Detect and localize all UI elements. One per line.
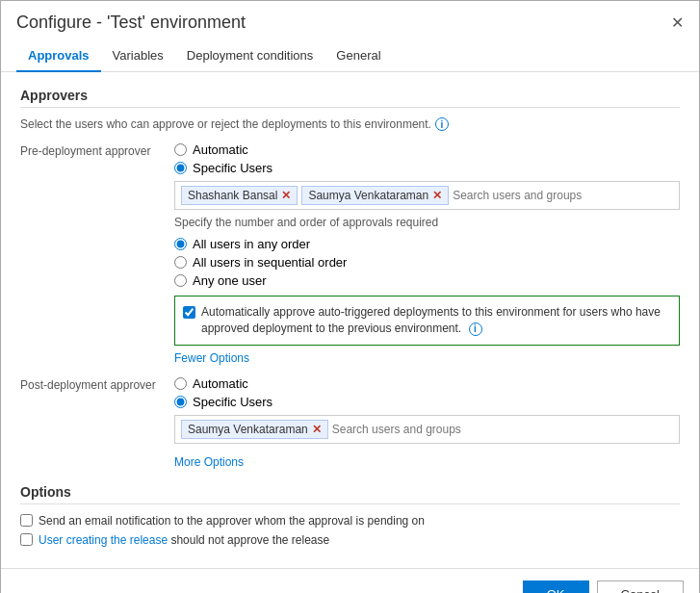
pre-users-input[interactable]: Shashank Bansal ✕ Saumya Venkataraman ✕ xyxy=(174,181,680,210)
post-auto-radio-input[interactable] xyxy=(174,377,187,390)
auto-approve-label: Automatically approve auto-triggered dep… xyxy=(201,304,671,337)
options-divider xyxy=(20,503,680,504)
tab-general[interactable]: General xyxy=(324,40,392,72)
dialog-title: Configure - 'Test' environment xyxy=(16,13,246,33)
pre-auto-label: Automatic xyxy=(193,142,248,157)
post-search-input[interactable] xyxy=(332,423,673,436)
configure-dialog: Configure - 'Test' environment ✕ Approva… xyxy=(0,0,700,593)
pre-deployment-controls: Automatic Specific Users Shashank Bansal… xyxy=(174,142,680,365)
tab-deployment-conditions[interactable]: Deployment conditions xyxy=(175,40,325,72)
approvers-section: Approvers Select the users who can appro… xyxy=(20,88,680,469)
close-button[interactable]: ✕ xyxy=(671,15,684,31)
approvers-info-icon[interactable]: i xyxy=(435,117,449,131)
fewer-options-button[interactable]: Fewer Options xyxy=(174,351,249,365)
pre-specific-radio-input[interactable] xyxy=(174,162,187,174)
auto-approve-container: Automatically approve auto-triggered dep… xyxy=(174,296,680,346)
auto-approve-info-icon[interactable]: i xyxy=(469,322,482,336)
pre-specific-radio[interactable]: Specific Users xyxy=(174,161,680,175)
title-bar: Configure - 'Test' environment ✕ xyxy=(1,1,699,40)
post-users-input[interactable]: Saumya Venkataraman ✕ xyxy=(174,415,680,444)
no-self-approve-checkbox[interactable] xyxy=(20,533,33,546)
options-section: Options Send an email notification to th… xyxy=(20,484,680,547)
no-self-approve-row: User creating the release should not app… xyxy=(20,533,680,547)
pre-deployment-radio-group: Automatic Specific Users xyxy=(174,142,680,175)
approvers-divider xyxy=(20,107,680,108)
dialog-content: Approvers Select the users who can appro… xyxy=(1,72,699,568)
post-auto-radio[interactable]: Automatic xyxy=(174,376,680,391)
post-specific-label: Specific Users xyxy=(193,395,272,409)
one-user-label: Any one user xyxy=(193,273,267,288)
email-notif-label[interactable]: Send an email notification to the approv… xyxy=(39,514,425,528)
tag-shashank: Shashank Bansal ✕ xyxy=(181,186,298,205)
pre-sub-options: Specify the number and order of approval… xyxy=(174,216,680,288)
post-specific-radio-input[interactable] xyxy=(174,396,187,408)
cancel-button[interactable]: Cancel xyxy=(597,580,684,593)
options-title: Options xyxy=(20,484,680,500)
tag-saumya-post-remove[interactable]: ✕ xyxy=(312,423,322,436)
email-notif-checkbox[interactable] xyxy=(20,514,33,527)
seq-order-input[interactable] xyxy=(174,256,187,269)
post-deployment-controls: Automatic Specific Users Saumya Venkatar… xyxy=(174,376,680,469)
pre-specific-label: Specific Users xyxy=(193,161,272,175)
tabs-bar: Approvals Variables Deployment condition… xyxy=(1,40,699,72)
seq-order-label: All users in sequential order xyxy=(193,255,347,270)
post-deployment-row: Post-deployment approver Automatic Speci… xyxy=(20,376,680,469)
pre-auto-radio-input[interactable] xyxy=(174,143,187,156)
post-deployment-radio-group: Automatic Specific Users xyxy=(174,376,680,409)
one-user-input[interactable] xyxy=(174,274,187,287)
tag-shashank-remove[interactable]: ✕ xyxy=(281,189,291,202)
seq-order-radio[interactable]: All users in sequential order xyxy=(174,255,680,270)
tag-saumya: Saumya Venkataraman ✕ xyxy=(301,186,449,205)
one-user-radio[interactable]: Any one user xyxy=(174,273,680,288)
no-self-approve-highlight: User creating the release xyxy=(39,533,168,547)
post-auto-label: Automatic xyxy=(193,376,248,391)
auto-approve-checkbox[interactable] xyxy=(183,306,195,319)
tab-approvals[interactable]: Approvals xyxy=(16,40,101,72)
tag-saumya-post: Saumya Venkataraman ✕ xyxy=(181,420,328,439)
tag-saumya-post-name: Saumya Venkataraman xyxy=(188,423,308,436)
pre-deployment-row: Pre-deployment approver Automatic Specif… xyxy=(20,142,680,365)
post-deployment-label: Post-deployment approver xyxy=(20,376,174,392)
dialog-footer: OK Cancel xyxy=(1,568,699,593)
pre-auto-radio[interactable]: Automatic xyxy=(174,142,680,157)
any-order-label: All users in any order xyxy=(193,237,310,251)
pre-deployment-label: Pre-deployment approver xyxy=(20,142,174,158)
any-order-radio[interactable]: All users in any order xyxy=(174,237,680,251)
approvers-title: Approvers xyxy=(20,88,680,103)
more-options-button[interactable]: More Options xyxy=(174,455,244,469)
tag-saumya-remove[interactable]: ✕ xyxy=(432,189,442,202)
pre-search-input[interactable] xyxy=(453,189,673,202)
email-notif-row: Send an email notification to the approv… xyxy=(20,514,680,528)
post-specific-radio[interactable]: Specific Users xyxy=(174,395,680,409)
any-order-input[interactable] xyxy=(174,238,187,250)
tab-variables[interactable]: Variables xyxy=(101,40,175,72)
tag-saumya-name: Saumya Venkataraman xyxy=(308,189,428,202)
no-self-approve-label[interactable]: User creating the release should not app… xyxy=(39,533,329,547)
tag-shashank-name: Shashank Bansal xyxy=(188,189,277,202)
approvers-description: Select the users who can approve or reje… xyxy=(20,117,680,131)
ok-button[interactable]: OK xyxy=(523,580,589,593)
order-label: Specify the number and order of approval… xyxy=(174,216,680,229)
